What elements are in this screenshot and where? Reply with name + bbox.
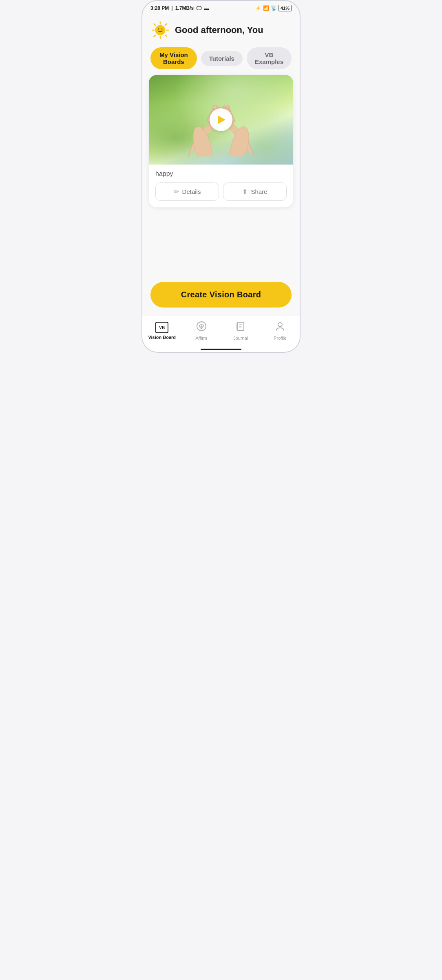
vb-thumbnail[interactable]: [149, 75, 293, 165]
svg-point-25: [278, 323, 282, 327]
home-indicator: [142, 349, 300, 352]
svg-point-10: [161, 29, 163, 30]
content-spacer: [142, 207, 300, 275]
status-speed: 1.7MB/s: [175, 5, 194, 11]
nav-journal[interactable]: Journal: [221, 321, 261, 341]
status-message-icon: ▬: [204, 5, 209, 11]
pencil-icon: ✏: [174, 188, 179, 196]
play-button[interactable]: [210, 108, 232, 131]
bottom-nav: VB Vision Board Affirm: [142, 316, 300, 349]
svg-line-6: [165, 24, 167, 26]
nav-profile-label: Profile: [274, 336, 286, 341]
greeting: Good afternoon, You: [175, 25, 263, 35]
bluetooth-icon: ⚡: [255, 5, 261, 11]
status-right: ⚡ 📶 📡 41%: [255, 5, 292, 11]
nav-vision-board-label: Vision Board: [148, 335, 176, 340]
create-vision-board-button[interactable]: Create Vision Board: [150, 282, 292, 308]
share-icon: ⬆: [242, 188, 248, 196]
svg-point-8: [155, 25, 165, 35]
affirm-icon: [196, 321, 207, 334]
tabs-row: My Vision Boards Tutorials VB Examples: [142, 43, 300, 75]
share-button[interactable]: ⬆ Share: [223, 182, 287, 201]
header: Good afternoon, You: [142, 14, 300, 43]
battery-icon: 41%: [278, 5, 292, 11]
status-left: 3:28 PM | 1.7MB/s 🖵 ▬: [150, 5, 209, 11]
home-bar: [201, 349, 241, 350]
nav-affirm-label: Affirm: [195, 336, 207, 341]
status-network: |: [171, 5, 172, 11]
details-label: Details: [182, 188, 201, 195]
svg-point-9: [158, 29, 159, 30]
sun-icon: [150, 20, 170, 40]
nav-journal-label: Journal: [233, 336, 248, 341]
nav-profile[interactable]: Profile: [261, 321, 300, 341]
svg-line-5: [165, 35, 167, 37]
vision-board-card: happy ✏ Details ⬆ Share: [149, 75, 293, 207]
details-button[interactable]: ✏ Details: [155, 182, 219, 201]
vb-card-title: happy: [155, 170, 287, 178]
status-bar: 3:28 PM | 1.7MB/s 🖵 ▬ ⚡ 📶 📡 41%: [142, 1, 300, 14]
tab-tutorials[interactable]: Tutorials: [201, 51, 243, 66]
svg-line-7: [154, 35, 156, 37]
app-content: Good afternoon, You My Vision Boards Tut…: [142, 14, 300, 316]
status-screen-icon: 🖵: [196, 5, 201, 11]
share-label: Share: [251, 188, 267, 195]
profile-icon: [275, 321, 285, 334]
play-icon: [218, 116, 225, 124]
vb-actions: ✏ Details ⬆ Share: [155, 182, 287, 201]
nav-vision-board[interactable]: VB Vision Board: [142, 322, 182, 340]
signal-icon: 📶: [263, 5, 269, 11]
create-btn-wrap: Create Vision Board: [142, 275, 300, 316]
phone-frame: 3:28 PM | 1.7MB/s 🖵 ▬ ⚡ 📶 📡 41%: [141, 0, 301, 353]
vb-card-body: happy ✏ Details ⬆ Share: [149, 165, 293, 207]
tab-my-vision-boards[interactable]: My Vision Boards: [150, 47, 197, 69]
svg-line-4: [154, 24, 156, 26]
journal-icon: [235, 321, 246, 334]
tab-vb-examples[interactable]: VB Examples: [247, 47, 292, 69]
vb-nav-icon: VB: [155, 322, 168, 333]
wifi-icon: 📡: [271, 5, 277, 11]
status-time: 3:28 PM: [150, 5, 169, 11]
nav-affirm[interactable]: Affirm: [182, 321, 221, 341]
